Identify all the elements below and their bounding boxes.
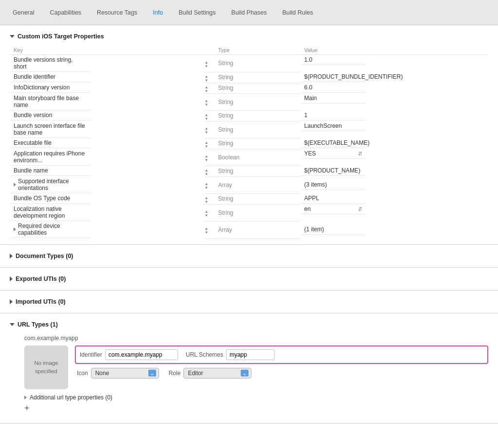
type-text: String bbox=[214, 72, 300, 83]
row-stepper[interactable]: ▲▼ bbox=[204, 61, 208, 69]
url-schemes-label: URL Schemes bbox=[186, 351, 223, 358]
tab-build-rules[interactable]: Build Rules bbox=[275, 6, 321, 19]
value-text: YES bbox=[304, 150, 316, 157]
table-row: Bundle identifier▲▼String$(PRODUCT_BUNDL… bbox=[10, 72, 488, 83]
role-select[interactable]: Editor Viewer None bbox=[183, 368, 251, 379]
imported-utis-header[interactable]: Imported UTIs (0) bbox=[10, 296, 488, 307]
add-url-type-button[interactable]: + bbox=[24, 404, 34, 413]
row-stepper[interactable]: ▲▼ bbox=[204, 227, 208, 235]
type-text: String bbox=[214, 83, 300, 93]
exported-utis-section: Exported UTIs (0) bbox=[0, 268, 498, 291]
exported-utis-header[interactable]: Exported UTIs (0) bbox=[10, 274, 488, 284]
icon-group: Icon None bbox=[77, 368, 159, 379]
col-stepper-header bbox=[203, 46, 214, 55]
key-text: Launch screen interface file base name bbox=[14, 122, 87, 136]
icon-label: Icon bbox=[77, 370, 88, 377]
row-stepper[interactable]: ▲▼ bbox=[204, 141, 208, 149]
value-text: $(EXECUTABLE_NAME) bbox=[304, 139, 370, 146]
value-text: Main bbox=[304, 95, 317, 102]
row-expand-arrow[interactable] bbox=[14, 227, 16, 231]
col-type: Type bbox=[214, 46, 300, 55]
row-stepper[interactable]: ▲▼ bbox=[204, 210, 208, 218]
key-text: Main storyboard file base name bbox=[14, 95, 87, 108]
tab-build-settings[interactable]: Build Settings bbox=[171, 6, 223, 19]
tab-build-phases[interactable]: Build Phases bbox=[224, 6, 275, 19]
additional-arrow bbox=[24, 396, 27, 399]
type-text: String bbox=[214, 166, 300, 176]
row-stepper[interactable]: ▲▼ bbox=[204, 113, 208, 121]
key-text: Bundle identifier bbox=[14, 73, 55, 80]
type-text: String bbox=[214, 121, 300, 138]
exported-utis-title: Exported UTIs (0) bbox=[16, 276, 66, 282]
tab-general[interactable]: General bbox=[5, 6, 42, 19]
table-row: Localization native development region▲▼… bbox=[10, 204, 488, 221]
key-text: InfoDictionary version bbox=[14, 84, 70, 91]
identifier-input[interactable] bbox=[105, 349, 178, 360]
value-text: APPL bbox=[304, 195, 320, 202]
expand-arrow bbox=[10, 299, 13, 304]
value-text: (3 items) bbox=[304, 181, 327, 188]
document-types-title: Document Types (0) bbox=[16, 253, 73, 259]
icon-select-wrapper[interactable]: None bbox=[91, 368, 159, 379]
table-row: InfoDictionary version▲▼String6.0 bbox=[10, 83, 488, 93]
row-stepper[interactable]: ▲▼ bbox=[204, 86, 208, 93]
row-stepper[interactable]: ▲▼ bbox=[204, 99, 208, 107]
row-stepper[interactable]: ▲▼ bbox=[204, 196, 208, 204]
url-types-header[interactable]: URL Types (1) bbox=[10, 319, 488, 330]
custom-ios-title: Custom iOS Target Properties bbox=[18, 33, 104, 40]
key-text: Bundle name bbox=[14, 167, 48, 174]
value-text: 6.0 bbox=[304, 84, 313, 91]
document-types-section: Document Types (0) bbox=[0, 245, 498, 268]
value-text: (1 item) bbox=[304, 226, 324, 233]
table-row: Required device capabilities▲▼Array(1 it… bbox=[10, 221, 488, 238]
row-stepper[interactable]: ▲▼ bbox=[204, 127, 208, 135]
row-stepper[interactable]: ▲▼ bbox=[204, 169, 208, 176]
table-row: Bundle version▲▼String1 bbox=[10, 110, 488, 121]
role-select-wrapper[interactable]: Editor Viewer None bbox=[183, 368, 251, 379]
collapse-arrow bbox=[10, 35, 15, 38]
type-text: String bbox=[214, 193, 300, 204]
table-row: Launch screen interface file base name▲▼… bbox=[10, 121, 488, 138]
type-text: String bbox=[214, 93, 300, 110]
row-stepper[interactable]: ▲▼ bbox=[204, 75, 208, 83]
properties-table: Key Type Value Bundle versions string, s… bbox=[10, 46, 488, 239]
url-schemes-input[interactable] bbox=[226, 349, 275, 360]
row-stepper[interactable]: ▲▼ bbox=[204, 182, 208, 190]
table-row: Main storyboard file base name▲▼StringMa… bbox=[10, 93, 488, 110]
table-row: Executable file▲▼String$(EXECUTABLE_NAME… bbox=[10, 138, 488, 149]
additional-row[interactable]: Additional url type properties (0) bbox=[24, 394, 488, 401]
value-dropdown-arrow[interactable]: ⇵ bbox=[358, 206, 362, 212]
imported-utis-title: Imported UTIs (0) bbox=[16, 298, 66, 305]
table-row: Supported interface orientations▲▼Array(… bbox=[10, 176, 488, 193]
table-row: Application requires iPhone environm...▲… bbox=[10, 149, 488, 166]
key-text: Bundle version bbox=[14, 112, 52, 119]
type-text: Boolean bbox=[214, 149, 300, 166]
col-key: Key bbox=[10, 46, 203, 55]
value-text: 1 bbox=[304, 112, 308, 119]
type-text: String bbox=[214, 110, 300, 121]
document-types-header[interactable]: Document Types (0) bbox=[10, 251, 488, 261]
value-dropdown-arrow[interactable]: ⇵ bbox=[358, 151, 362, 157]
key-text: Application requires iPhone environm... bbox=[14, 150, 87, 164]
tab-resource-tags[interactable]: Resource Tags bbox=[89, 6, 145, 19]
icon-select[interactable]: None bbox=[91, 368, 159, 379]
url-types-section: URL Types (1) com.example.myapp No image… bbox=[0, 313, 498, 424]
custom-ios-section: Custom iOS Target Properties Key Type Va… bbox=[0, 25, 498, 245]
row-expand-arrow[interactable] bbox=[14, 183, 16, 187]
url-types-title: URL Types (1) bbox=[18, 321, 58, 328]
value-text: $(PRODUCT_NAME) bbox=[304, 167, 360, 174]
key-text: Required device capabilities bbox=[18, 223, 87, 236]
url-highlighted-row: Identifier URL Schemes bbox=[75, 345, 488, 364]
identifier-group: Identifier bbox=[80, 349, 178, 360]
value-text: en bbox=[304, 206, 311, 212]
tab-info[interactable]: Info bbox=[145, 6, 171, 19]
main-content: Custom iOS Target Properties Key Type Va… bbox=[0, 25, 498, 448]
tab-bar: General Capabilities Resource Tags Info … bbox=[0, 0, 498, 25]
row-stepper[interactable]: ▲▼ bbox=[204, 155, 208, 162]
no-image-text: No image specified bbox=[24, 359, 68, 375]
tab-capabilities[interactable]: Capabilities bbox=[42, 6, 89, 19]
expand-arrow bbox=[10, 254, 13, 258]
role-label: Role bbox=[169, 370, 181, 377]
additional-label: Additional url type properties (0) bbox=[30, 394, 112, 401]
custom-ios-header[interactable]: Custom iOS Target Properties bbox=[10, 31, 488, 42]
